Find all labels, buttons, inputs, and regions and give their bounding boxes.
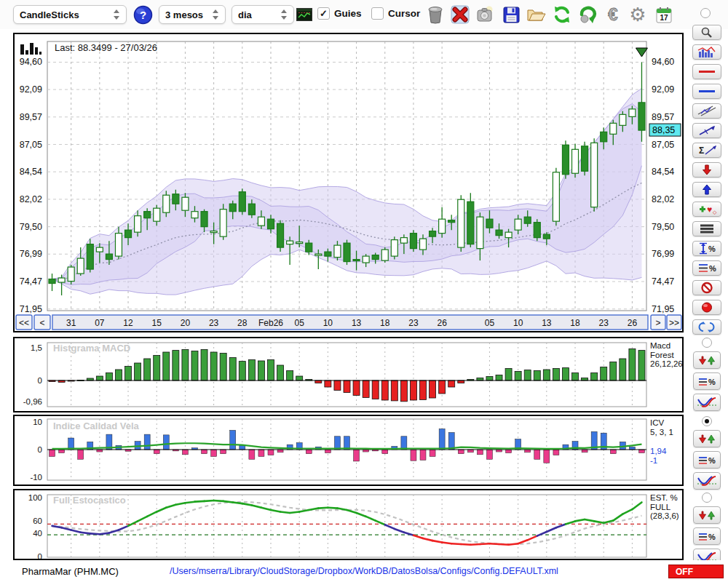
help-button[interactable]: ? xyxy=(132,4,153,25)
blue-hline-icon xyxy=(696,85,718,97)
svg-text:?: ? xyxy=(139,9,146,21)
macd-bar xyxy=(553,369,559,381)
help-icon: ? xyxy=(133,5,153,25)
interval-select[interactable]: dia xyxy=(232,5,294,24)
candle xyxy=(229,204,236,211)
trash-icon xyxy=(427,5,444,24)
refresh-data-tool-button[interactable] xyxy=(692,319,721,335)
candle xyxy=(629,109,636,116)
chevron-updown-icon xyxy=(212,9,219,20)
period-select[interactable]: 3 mesos xyxy=(159,5,226,24)
date-tick-label: Feb26 xyxy=(258,318,283,328)
euro-button[interactable]: € xyxy=(603,4,623,25)
lines-percent-icon: % xyxy=(696,454,718,466)
candle xyxy=(182,197,189,210)
svg-text:%: % xyxy=(708,378,716,386)
delete-button[interactable] xyxy=(450,4,470,25)
guies-checkbox[interactable]: ✓ Guies xyxy=(317,7,362,20)
stochastic-k-segment xyxy=(499,544,509,545)
icv-canvas[interactable]: 100-10Indice Calidad VelaICV5, 3, 11,94-… xyxy=(15,416,682,485)
trendline-tool-button[interactable] xyxy=(692,123,721,138)
status-bar: PharmaMar (PHM.MC) /Users/mserra/Library… xyxy=(0,560,728,582)
symbol-label: PharmaMar (PHM.MC) xyxy=(22,566,119,577)
svg-text:>>: >> xyxy=(669,318,679,328)
stochastic-k-segment xyxy=(194,501,204,502)
add-markers-tool-button[interactable]: ♥ ◇ xyxy=(692,202,721,217)
vertical-percent-tool-button[interactable]: % xyxy=(692,241,721,256)
macd-bar xyxy=(353,380,360,395)
price-histogram-tool-button[interactable] xyxy=(692,44,721,60)
histogram-icon xyxy=(20,43,41,55)
stochastic-canvas[interactable]: 10060400Full EstocasticoEST. %FULL(28,3,… xyxy=(15,490,682,559)
channel-tool-button[interactable] xyxy=(692,103,721,119)
record-tool-button[interactable] xyxy=(692,300,721,315)
zoom-tool-button[interactable] xyxy=(692,25,721,40)
stochastic-percent-button[interactable]: % xyxy=(693,527,721,545)
candle xyxy=(524,217,531,223)
icv-bar xyxy=(334,436,340,450)
macd-radio[interactable] xyxy=(702,338,712,348)
y-axis-label-right: 71,95 xyxy=(652,304,674,314)
settings-button[interactable]: ⚙ xyxy=(628,4,648,25)
stochastic-radio[interactable] xyxy=(702,493,712,503)
off-toggle[interactable]: OFF xyxy=(668,565,724,578)
sigma-trend-tool-button[interactable]: Σ xyxy=(692,143,721,158)
svg-text:%: % xyxy=(708,533,716,541)
refresh-button[interactable] xyxy=(552,4,572,25)
y-axis-label: -10 xyxy=(30,473,42,482)
chart-type-select[interactable]: CandleSticks xyxy=(13,5,127,24)
macd-canvas[interactable]: 1,50-0,96Histgrama MACDMacdForest26,12,2… xyxy=(15,338,682,411)
date-axis-strip[interactable] xyxy=(52,315,648,330)
levels-tool-button[interactable] xyxy=(692,221,721,236)
date-tick-label: 10 xyxy=(513,318,523,328)
lines-percent-tool-button[interactable]: % xyxy=(692,260,721,276)
cursor-checkbox[interactable]: Cursor xyxy=(371,7,420,20)
candle xyxy=(68,267,74,281)
curves-icon xyxy=(696,396,718,409)
stochastic-arrows-button[interactable] xyxy=(693,506,721,524)
icv-curve-button[interactable] xyxy=(693,472,721,490)
y-axis-label: 60 xyxy=(33,517,42,525)
reload-button[interactable] xyxy=(577,4,598,25)
calendar-button[interactable]: 17 xyxy=(654,4,674,25)
mini-chart-window-button[interactable] xyxy=(294,4,314,25)
macd-bar xyxy=(154,356,160,381)
icv-radio[interactable] xyxy=(702,416,712,426)
macd-arrows-button[interactable] xyxy=(693,351,721,369)
icv-bar xyxy=(78,450,84,459)
trash-button[interactable] xyxy=(425,4,446,25)
arrow-up-tool-button[interactable] xyxy=(692,182,721,197)
candle xyxy=(306,243,312,252)
main-chart-canvas[interactable]: 94,6094,6092,0992,0989,5789,5787,0587,05… xyxy=(15,34,682,331)
date-tick-label: 23 xyxy=(408,318,419,328)
macd-bar xyxy=(420,380,427,399)
calendar-icon: 17 xyxy=(655,6,673,24)
macd-bar xyxy=(524,370,531,380)
magnifier-icon xyxy=(696,26,718,39)
red-hline-tool-button[interactable] xyxy=(692,64,721,79)
y-axis-label-right: 84,54 xyxy=(652,167,674,177)
macd-curve-button[interactable] xyxy=(693,394,721,411)
macd-bar xyxy=(201,349,207,380)
arrow-down-tool-button[interactable] xyxy=(692,162,721,178)
config-path-link[interactable]: /Users/mserra/Library/CloudStorage/Dropb… xyxy=(170,566,558,576)
candle xyxy=(553,172,559,221)
interval-value: dia xyxy=(238,9,252,20)
down-up-arrows-icon xyxy=(696,433,718,445)
icv-bar xyxy=(211,450,217,457)
candle xyxy=(96,247,103,252)
icv-arrows-button[interactable] xyxy=(693,430,721,447)
snapshot-button[interactable] xyxy=(475,4,495,25)
panel-title: Indice Calidad Vela xyxy=(53,420,140,431)
open-button[interactable] xyxy=(526,4,546,25)
blue-hline-tool-button[interactable] xyxy=(692,84,721,99)
candle xyxy=(610,123,617,134)
candle xyxy=(220,210,226,236)
panel-legend: -1 xyxy=(650,456,657,465)
plot-area xyxy=(47,495,646,557)
macd-percent-button[interactable]: % xyxy=(693,372,721,390)
disable-tool-button[interactable] xyxy=(692,280,721,295)
toolbar-radio[interactable] xyxy=(700,8,711,18)
save-button[interactable] xyxy=(501,4,521,25)
icv-percent-button[interactable]: % xyxy=(693,451,721,469)
